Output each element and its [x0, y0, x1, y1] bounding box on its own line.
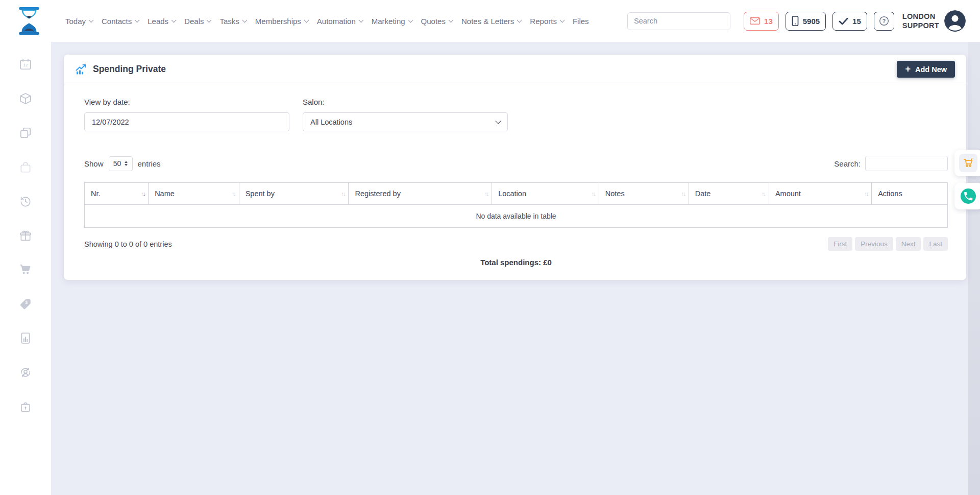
- chevron-down-icon: [172, 17, 177, 22]
- pagination-previous-button[interactable]: Previous: [855, 237, 893, 251]
- chevron-down-icon: [89, 17, 94, 22]
- svg-text:$: $: [25, 300, 28, 305]
- chevron-down-icon: [358, 17, 363, 22]
- nav-notes-letters[interactable]: Notes & Letters: [461, 17, 521, 26]
- nav-files-label: Files: [573, 17, 589, 26]
- table-header-row: Nr.↑↓ Name↑↓ Spent by↑↓ Registered by↑↓ …: [85, 183, 948, 205]
- showing-entries-text: Showing 0 to 0 of 0 entries: [84, 240, 172, 248]
- history-icon[interactable]: [18, 194, 33, 208]
- card-body: View by date: Salon: All Locations Show …: [64, 84, 966, 280]
- copy-icon[interactable]: [18, 126, 33, 140]
- phone-badge[interactable]: 5905: [786, 12, 826, 31]
- shopping-bag-icon[interactable]: [18, 160, 33, 174]
- report-chart-icon[interactable]: [18, 331, 33, 345]
- right-edge-strip: [968, 42, 980, 495]
- nav-automation-label: Automation: [317, 17, 356, 26]
- nav-automation[interactable]: Automation: [317, 17, 363, 26]
- pagination-last-button[interactable]: Last: [923, 237, 948, 251]
- add-new-button[interactable]: + Add New: [897, 61, 955, 78]
- show-label: Show: [84, 159, 104, 168]
- gift-icon[interactable]: [18, 228, 33, 243]
- pagination-next-button[interactable]: Next: [896, 237, 921, 251]
- global-search-input[interactable]: [628, 13, 730, 30]
- chevron-down-icon: [449, 17, 454, 22]
- logo-top-bar: [19, 7, 39, 10]
- tasks-badge[interactable]: 15: [832, 12, 867, 31]
- nav-memberships[interactable]: Memberships: [255, 17, 308, 26]
- user-menu[interactable]: LONDON SUPPORT: [902, 10, 966, 32]
- column-header-name[interactable]: Name↑↓: [149, 183, 239, 205]
- column-header-notes[interactable]: Notes↑↓: [599, 183, 689, 205]
- sort-icon: ↑↓: [341, 191, 345, 197]
- messages-badge[interactable]: 13: [744, 12, 779, 31]
- page-title-text: Spending Private: [93, 64, 166, 75]
- sort-icon: ↑↓: [681, 191, 685, 197]
- column-header-spent-by[interactable]: Spent by↑↓: [239, 183, 349, 205]
- column-header-registered-by[interactable]: Registered by↑↓: [349, 183, 492, 205]
- salon-select-value: All Locations: [310, 118, 352, 126]
- select-arrows-icon: [125, 161, 128, 166]
- chevron-down-icon: [517, 17, 522, 22]
- user-name-line2: SUPPORT: [902, 21, 939, 30]
- account-sync-icon[interactable]: [18, 365, 33, 380]
- table-search: Search:: [834, 156, 948, 171]
- mobile-phone-icon: [792, 16, 799, 26]
- sort-icon: ↑↓: [864, 191, 868, 197]
- floating-cart-button[interactable]: [954, 150, 980, 176]
- nav-reports[interactable]: Reports: [530, 17, 564, 26]
- avatar[interactable]: [944, 10, 966, 32]
- package-icon[interactable]: [18, 91, 33, 106]
- trend-chart-icon: [75, 64, 87, 75]
- column-header-amount[interactable]: Amount↑↓: [769, 183, 871, 205]
- sort-icon: ↑↓: [592, 191, 595, 197]
- page-size-select[interactable]: 50: [109, 156, 133, 171]
- nav-contacts[interactable]: Contacts: [102, 17, 139, 26]
- help-button[interactable]: ?: [874, 12, 894, 31]
- floating-phone-button[interactable]: [954, 183, 980, 209]
- date-filter-group: View by date:: [84, 98, 289, 131]
- spending-table: Nr.↑↓ Name↑↓ Spent by↑↓ Registered by↑↓ …: [84, 182, 948, 228]
- chevron-down-icon: [242, 17, 247, 22]
- empty-message: No data available in table: [85, 205, 948, 228]
- date-input[interactable]: [84, 112, 289, 131]
- nav-quotes[interactable]: Quotes: [421, 17, 453, 26]
- sort-icon: ↑↓: [141, 191, 144, 197]
- column-label: Location: [498, 190, 526, 198]
- case-lock-icon[interactable]: [18, 399, 33, 414]
- nav-leads[interactable]: Leads: [148, 17, 176, 26]
- app-logo-hourglass-icon[interactable]: [17, 7, 41, 35]
- chevron-down-icon: [559, 17, 565, 22]
- nav-marketing-label: Marketing: [372, 17, 405, 26]
- nav-marketing[interactable]: Marketing: [372, 17, 412, 26]
- price-tag-icon[interactable]: $: [18, 297, 33, 311]
- nav-deals[interactable]: Deals: [184, 17, 211, 26]
- nav-reports-label: Reports: [530, 17, 557, 26]
- calendar-12-icon[interactable]: 12: [18, 57, 33, 72]
- chevron-down-icon: [304, 17, 309, 22]
- main-nav: Today Contacts Leads Deals Tasks Members…: [65, 17, 589, 26]
- plus-icon: +: [905, 64, 911, 74]
- table-search-input[interactable]: [865, 156, 948, 171]
- user-name: LONDON SUPPORT: [902, 12, 939, 30]
- column-header-date[interactable]: Date↑↓: [689, 183, 769, 205]
- column-label: Registered by: [355, 190, 400, 198]
- topbar: Today Contacts Leads Deals Tasks Members…: [0, 0, 980, 42]
- column-label: Amount: [775, 190, 801, 198]
- nav-quotes-label: Quotes: [421, 17, 446, 26]
- pagination-first-button[interactable]: First: [828, 237, 852, 251]
- nav-files[interactable]: Files: [573, 17, 589, 26]
- pagination: First Previous Next Last: [828, 237, 948, 251]
- nav-tasks[interactable]: Tasks: [219, 17, 246, 26]
- sort-icon: ↑↓: [762, 191, 765, 197]
- sidebar: 12 $: [0, 42, 51, 495]
- column-header-location[interactable]: Location↑↓: [492, 183, 599, 205]
- total-spendings: Total spendings: £0: [84, 258, 948, 267]
- phone-number: 5905: [803, 17, 820, 26]
- add-new-label: Add New: [915, 65, 947, 74]
- cart-icon[interactable]: [18, 263, 33, 277]
- svg-text:?: ?: [883, 18, 886, 24]
- column-header-nr[interactable]: Nr.↑↓: [85, 183, 149, 205]
- salon-select[interactable]: All Locations: [303, 112, 508, 131]
- chevron-down-icon: [207, 17, 212, 22]
- nav-today[interactable]: Today: [65, 17, 93, 26]
